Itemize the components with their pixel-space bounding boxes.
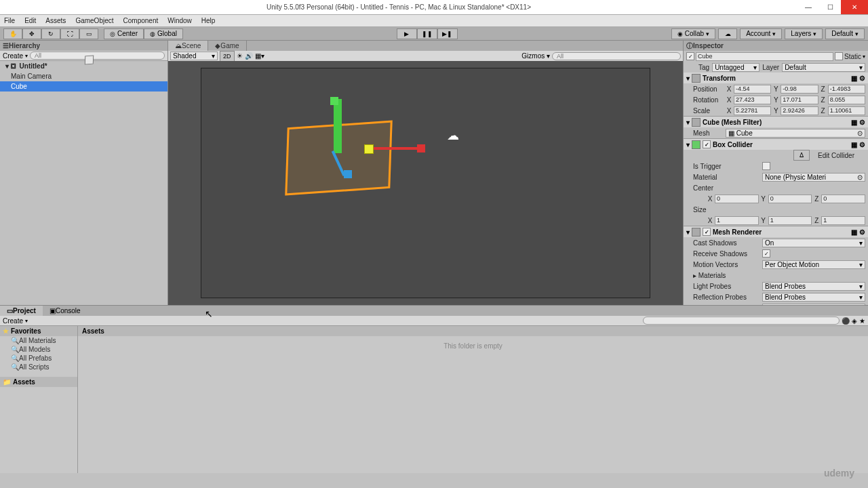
scene-viewport[interactable]: ☁ — [168, 61, 683, 305]
gear-icon[interactable]: ▦ ⚙ — [851, 141, 865, 148]
play-button[interactable]: ▶ — [397, 28, 417, 39]
scene-search[interactable] — [552, 52, 681, 60]
move-tool[interactable]: ✥ — [22, 28, 41, 39]
rect-tool[interactable]: ▭ — [79, 28, 98, 39]
mesh-field[interactable]: ▦ Cube⊙ — [726, 129, 865, 138]
menu-window[interactable]: Window — [167, 17, 192, 24]
project-content[interactable]: Assets This folder is empty — [78, 326, 868, 473]
hierarchy-camera[interactable]: Main Camera — [0, 71, 167, 81]
center-y[interactable]: 0 — [768, 195, 812, 203]
audio-icon[interactable]: 🔊 — [245, 52, 253, 60]
menu-gameobject[interactable]: GameObject — [75, 17, 113, 24]
scale-tool[interactable]: ⛶ — [60, 28, 79, 39]
inspector-tab[interactable]: ⓘ Inspector — [684, 41, 868, 51]
scene-row[interactable]: ▾ ⛋ Untitled* — [0, 61, 167, 71]
gizmo-x-handle[interactable] — [417, 144, 425, 152]
gizmo-y-handle[interactable] — [330, 97, 338, 105]
account-dropdown[interactable]: Account ▾ — [740, 28, 782, 39]
static-checkbox[interactable] — [835, 52, 843, 60]
gizmo-x-axis[interactable] — [371, 147, 418, 150]
active-checkbox[interactable]: ✓ — [686, 52, 694, 60]
filter-icon[interactable]: ◈ — [852, 317, 857, 325]
light-gizmo-icon[interactable]: ☁ — [447, 128, 459, 143]
gear-icon[interactable]: ▦ ⚙ — [851, 228, 865, 236]
fx-icon[interactable]: ▦▾ — [255, 52, 264, 60]
assets-breadcrumb[interactable]: Assets — [78, 326, 868, 336]
space-toggle[interactable]: ◍ Global — [144, 28, 183, 39]
gizmo-y-axis[interactable] — [334, 99, 342, 153]
pos-y[interactable]: -0.98 — [781, 85, 818, 94]
game-tab[interactable]: ◆ Game — [208, 41, 246, 51]
gizmo-z-handle[interactable] — [344, 170, 352, 178]
menu-file[interactable]: File — [4, 17, 15, 24]
pivot-toggle[interactable]: ◎ Center — [104, 28, 144, 39]
hand-tool[interactable]: ✋ — [3, 28, 22, 39]
favorites-header[interactable]: ★Favorites — [0, 326, 77, 336]
scl-x[interactable]: 5.22781 — [734, 106, 771, 115]
light-icon[interactable]: ☀ — [237, 52, 243, 60]
meshrenderer-header[interactable]: ▾✓Mesh Renderer▦ ⚙ — [684, 226, 868, 237]
center-x[interactable]: 0 — [715, 195, 759, 203]
scl-z[interactable]: 1.10061 — [828, 106, 865, 115]
console-tab[interactable]: ▣ Console — [43, 306, 87, 316]
project-tab[interactable]: ▭ Project — [0, 306, 43, 316]
size-y[interactable]: 1 — [768, 216, 812, 225]
lightprobes-dropdown[interactable]: Blend Probes▾ — [762, 282, 865, 291]
pause-button[interactable]: ❚❚ — [417, 28, 437, 39]
gear-icon[interactable]: ▦ ⚙ — [851, 119, 865, 126]
pos-x[interactable]: -4.54 — [734, 85, 771, 94]
tag-dropdown[interactable]: Untagged▾ — [712, 63, 760, 72]
hierarchy-create[interactable]: Create — [3, 52, 23, 60]
layer-dropdown[interactable]: Default▾ — [782, 63, 865, 72]
reflprobes-dropdown[interactable]: Blend Probes▾ — [762, 293, 865, 302]
cloud-button[interactable]: ☁ — [718, 28, 737, 39]
edit-collider-button[interactable]: ᐃ — [793, 150, 810, 161]
motionvec-dropdown[interactable]: Per Object Motion▾ — [762, 260, 865, 269]
transform-header[interactable]: ▾Transform▦ ⚙ — [684, 73, 868, 83]
meshfilter-header[interactable]: ▾Cube (Mesh Filter)▦ ⚙ — [684, 117, 868, 127]
boxcollider-header[interactable]: ▾✓Box Collider▦ ⚙ — [684, 139, 868, 150]
layout-dropdown[interactable]: Default ▾ — [825, 28, 865, 39]
collab-dropdown[interactable]: ◉ Collab ▾ — [671, 28, 715, 39]
filter-icon[interactable]: ★ — [859, 317, 865, 325]
scl-y[interactable]: 2.92426 — [781, 106, 818, 115]
hierarchy-search[interactable] — [30, 52, 165, 60]
maximize-button[interactable]: ☐ — [819, 0, 841, 14]
rotate-tool[interactable]: ↻ — [41, 28, 60, 39]
fav-models[interactable]: 🔍All Models — [0, 345, 77, 354]
rot-x[interactable]: 27.423 — [734, 96, 771, 104]
materials-label[interactable]: ▸ Materials — [686, 272, 761, 279]
menu-help[interactable]: Help — [201, 17, 216, 24]
pos-z[interactable]: -1.4983 — [828, 85, 865, 94]
gizmos-dropdown[interactable]: Gizmos ▾ — [521, 52, 550, 60]
size-z[interactable]: 1 — [821, 216, 865, 225]
filter-icon[interactable]: ⚫ — [842, 317, 850, 325]
assets-folder[interactable]: 📁 Assets — [0, 377, 77, 387]
project-search[interactable] — [643, 317, 840, 325]
project-create[interactable]: Create — [3, 317, 23, 325]
size-x[interactable]: 1 — [715, 216, 759, 225]
rot-y[interactable]: 17.071 — [781, 96, 818, 104]
trigger-checkbox[interactable] — [762, 162, 770, 170]
hierarchy-tab[interactable]: ☰ Hierarchy — [0, 41, 167, 51]
layers-dropdown[interactable]: Layers ▾ — [785, 28, 823, 39]
scene-tab[interactable]: ⛰ Scene — [168, 41, 208, 51]
fav-materials[interactable]: 🔍All Materials — [0, 336, 77, 345]
step-button[interactable]: ▶❚ — [437, 28, 458, 39]
2d-toggle[interactable]: 2D — [220, 51, 235, 62]
shaded-dropdown[interactable]: Shaded▾ — [170, 52, 218, 60]
boxcollider-enable[interactable]: ✓ — [703, 140, 711, 148]
recvshadows-checkbox[interactable]: ✓ — [762, 249, 770, 258]
meshrenderer-enable[interactable]: ✓ — [703, 228, 711, 236]
name-field[interactable] — [696, 52, 833, 61]
castshadows-dropdown[interactable]: On▾ — [762, 239, 865, 247]
physmat-field[interactable]: None (Physic Materi⊙ — [762, 173, 865, 182]
fav-prefabs[interactable]: 🔍All Prefabs — [0, 354, 77, 363]
menu-assets[interactable]: Assets — [45, 17, 66, 24]
gizmo-center[interactable] — [364, 144, 374, 154]
menu-component[interactable]: Component — [123, 17, 159, 24]
fav-scripts[interactable]: 🔍All Scripts — [0, 363, 77, 371]
hierarchy-cube[interactable]: Cube — [0, 81, 167, 92]
gear-icon[interactable]: ▦ ⚙ — [851, 75, 865, 82]
close-button[interactable]: ✕ — [841, 0, 868, 14]
